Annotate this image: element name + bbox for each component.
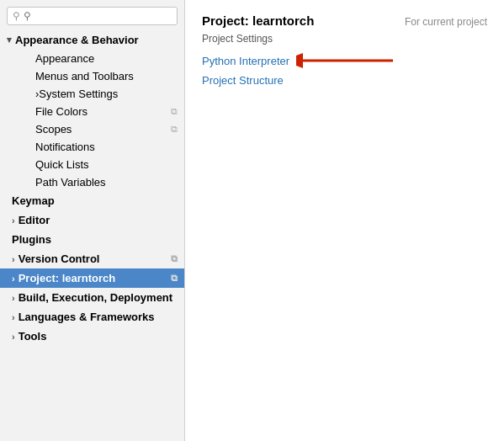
main-title: Project: learntorch xyxy=(202,13,314,28)
chevron-right-icon: › xyxy=(12,332,15,342)
tools-label: Tools xyxy=(19,330,47,343)
sidebar-item-appearance[interactable]: Appearance xyxy=(0,50,184,67)
sidebar-item-appearance-behavior[interactable]: ▾ Appearance & Behavior xyxy=(0,30,184,50)
chevron-right-icon: › xyxy=(12,293,15,303)
search-icon: ⚲ xyxy=(13,10,20,22)
system-settings-label: System Settings xyxy=(39,88,118,100)
appearance-label: Appearance xyxy=(35,52,94,65)
appearance-behavior-section: ▾ Appearance & Behavior Appearance Menus… xyxy=(0,30,184,191)
sidebar: ⚲ ▾ Appearance & Behavior Appearance Men… xyxy=(0,0,185,441)
project-settings-label: Project Settings xyxy=(202,33,487,45)
python-interpreter-link[interactable]: Python Interpreter xyxy=(202,54,289,68)
path-variables-label: Path Variables xyxy=(35,176,106,189)
main-content: Project: learntorch For current project … xyxy=(185,0,504,441)
quick-lists-label: Quick Lists xyxy=(35,158,89,171)
search-box[interactable]: ⚲ xyxy=(7,7,178,25)
copy-icon: ⧉ xyxy=(171,273,178,284)
sidebar-item-file-colors[interactable]: File Colors ⧉ xyxy=(0,103,184,120)
plugins-label: Plugins xyxy=(12,233,51,246)
sidebar-item-path-variables[interactable]: Path Variables xyxy=(0,173,184,191)
build-label: Build, Execution, Deployment xyxy=(19,291,172,304)
sidebar-item-notifications[interactable]: Notifications xyxy=(0,138,184,156)
sidebar-item-quick-lists[interactable]: Quick Lists xyxy=(0,156,184,173)
chevron-right-icon: › xyxy=(12,274,15,284)
chevron-right-icon: › xyxy=(12,254,15,264)
for-current-project-label: For current project xyxy=(405,16,487,28)
sidebar-item-tools[interactable]: › Tools xyxy=(0,327,184,346)
red-arrow-icon xyxy=(296,51,397,70)
version-control-label: Version Control xyxy=(19,252,100,265)
sidebar-item-project[interactable]: › Project: learntorch ⧉ xyxy=(0,268,184,288)
editor-label: Editor xyxy=(19,214,50,226)
chevron-right-icon: › xyxy=(12,312,15,322)
keymap-label: Keymap xyxy=(12,194,55,207)
sidebar-item-languages[interactable]: › Languages & Frameworks xyxy=(0,307,184,327)
sidebar-item-keymap[interactable]: Keymap xyxy=(0,191,184,210)
project-label: Project: learntorch xyxy=(19,272,116,284)
notifications-label: Notifications xyxy=(35,141,95,153)
sidebar-item-build[interactable]: › Build, Execution, Deployment xyxy=(0,288,184,307)
appearance-behavior-label: Appearance & Behavior xyxy=(15,34,139,46)
main-header: Project: learntorch For current project xyxy=(202,13,487,28)
sidebar-item-version-control[interactable]: › Version Control ⧉ xyxy=(0,249,184,268)
file-colors-label: File Colors xyxy=(35,105,88,118)
sidebar-item-plugins[interactable]: Plugins xyxy=(0,230,184,249)
sidebar-item-scopes[interactable]: Scopes ⧉ xyxy=(0,120,184,138)
copy-icon: ⧉ xyxy=(171,106,178,117)
chevron-down-icon: ▾ xyxy=(7,35,12,45)
chevron-right-icon: › xyxy=(12,215,15,226)
copy-icon: ⧉ xyxy=(171,124,178,135)
search-input[interactable] xyxy=(24,10,172,22)
sidebar-item-editor[interactable]: › Editor xyxy=(0,210,184,230)
scopes-label: Scopes xyxy=(35,123,72,135)
menus-toolbars-label: Menus and Toolbars xyxy=(35,70,134,82)
python-interpreter-row: Python Interpreter xyxy=(202,51,487,70)
project-structure-link[interactable]: Project Structure xyxy=(202,73,487,88)
copy-icon: ⧉ xyxy=(171,253,178,264)
project-settings-links: Python Interpreter Project Structure xyxy=(202,51,487,88)
languages-label: Languages & Frameworks xyxy=(19,311,155,323)
sidebar-item-system-settings[interactable]: › System Settings xyxy=(0,85,184,103)
sidebar-item-menus-toolbars[interactable]: Menus and Toolbars xyxy=(0,67,184,85)
